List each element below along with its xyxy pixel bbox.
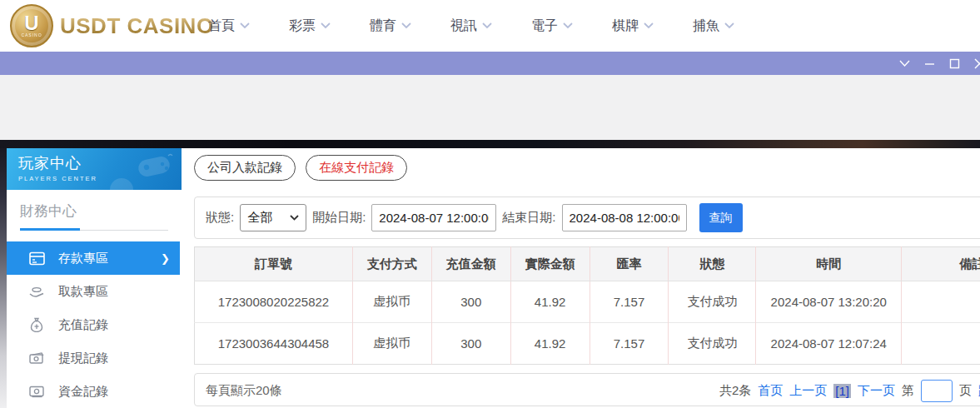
col-time: 時間 [756,247,902,281]
cell-time: 2024-08-07 12:07:24 [756,323,902,365]
empty-banner-area [0,75,980,140]
top-nav: U CASINO USDT CASINO 首頁 彩票 體育 視訊 電子 棋牌 [0,0,980,52]
nav-label: 電子 [531,17,558,35]
cell-actual-amount: 41.92 [510,323,589,365]
sidebar-item-deposit-area[interactable]: 存款專區 ❯ [7,241,180,275]
chevron-down-icon [240,22,250,29]
chevron-down-icon [290,215,299,221]
funds-record-icon [28,383,45,400]
start-date-label: 開始日期: [312,210,366,226]
cell-actual-amount: 41.92 [510,281,589,323]
sidebar-item-label: 資金記錄 [58,384,108,400]
end-date-input[interactable] [562,204,687,231]
cell-status: 支付成功 [669,281,756,323]
nav-item-fishing[interactable]: 捕魚 [693,17,734,35]
cell-time: 2024-08-07 13:20:20 [756,281,902,323]
sidebar-item-withdrawal-records[interactable]: 提現記錄 [7,341,182,375]
cell-recharge-amount: 300 [431,281,510,323]
col-actual-amount: 實際金額 [510,247,589,281]
cell-exchange-rate: 7.157 [589,281,669,323]
next-page-link[interactable]: 下一页 [858,383,895,399]
status-select[interactable]: 全部 [240,204,306,231]
pagination-bar: 每頁顯示20條 共2条 首页 上一页 [1] 下一页 第 页 跳转 [194,373,980,406]
recharge-moneybag-icon [28,316,45,333]
chevron-down-icon [482,22,492,29]
cell-status: 支付成功 [669,323,756,365]
status-label: 狀態: [206,210,234,226]
nav-item-lottery[interactable]: 彩票 [289,17,331,35]
maximize-icon[interactable] [948,57,962,71]
col-order-no: 訂單號 [195,247,353,281]
logo-small-text: CASINO [21,32,42,37]
chevron-down-icon [321,22,331,29]
background-image-edge [0,140,980,148]
sidebar: 玩家中心 PLAYERS CENTER 財務中心 存款專區 ❯ [7,148,182,408]
window-title-bar [0,52,980,75]
page-jump-input[interactable] [921,380,953,402]
current-page-indicator[interactable]: [1] [833,384,851,398]
sidebar-item-label: 提現記錄 [58,351,108,366]
end-date-label: 結束日期: [502,210,555,226]
cell-payment-method: 虚拟币 [352,323,431,365]
sidebar-item-label: 充值記錄 [58,317,108,333]
start-date-input[interactable] [371,204,496,231]
nav-label: 棋牌 [612,17,639,35]
query-button[interactable]: 查詢 [699,203,743,232]
nav-item-live[interactable]: 視訊 [450,17,492,35]
minimize-icon[interactable] [923,57,937,71]
filter-bar: 狀態: 全部 開始日期: 結束日期: 查詢 [194,197,980,239]
withdraw-hand-icon [28,283,45,300]
first-page-link[interactable]: 首页 [758,383,783,399]
nav-item-sports[interactable]: 體育 [370,17,411,35]
per-page-info: 每頁顯示20條 [206,374,282,407]
section-underline [20,228,168,231]
col-recharge-amount: 充值金額 [431,247,510,281]
chevron-down-icon[interactable] [898,57,912,71]
table-row: 1723003644304458 虚拟币 300 41.92 7.157 支付成… [195,323,980,365]
nav-label: 首頁 [208,17,235,35]
jump-suffix-label: 页 [959,383,972,399]
logo-letter: U [24,14,38,32]
table-row: 1723008020225822 虚拟币 300 41.92 7.157 支付成… [195,281,980,323]
deposit-card-icon [28,250,45,266]
chevron-down-icon [644,22,654,29]
cell-payment-method: 虚拟币 [352,281,431,323]
chevron-right-icon: ❯ [161,252,170,265]
nav-label: 視訊 [450,17,477,35]
nav-label: 捕魚 [693,17,719,35]
content-area: 玩家中心 PLAYERS CENTER 財務中心 存款專區 ❯ [0,148,980,408]
col-remark: 備註 [902,247,980,281]
cell-remark [902,281,980,323]
cell-order-no: 1723008020225822 [195,281,353,323]
gamepad-icon [135,153,173,180]
chevron-down-icon [724,22,734,29]
sidebar-item-funds-records[interactable]: 資金記錄 [7,375,182,408]
nav-item-home[interactable]: 首頁 [208,17,250,35]
tab-company-deposit-records[interactable]: 公司入款記錄 [194,155,296,181]
nav-label: 彩票 [289,17,316,35]
col-status: 狀態 [669,247,756,281]
sidebar-item-withdraw-area[interactable]: 取款專區 [7,275,182,308]
close-icon[interactable] [973,57,980,71]
cell-remark [902,323,980,365]
brand-logo[interactable]: U CASINO USDT CASINO [10,4,214,47]
sidebar-menu: 存款專區 ❯ 取款專區 充值記錄 提現記錄 [7,241,182,408]
chevron-down-icon [563,22,573,29]
nav-item-cards[interactable]: 棋牌 [612,17,654,35]
tab-online-payment-records[interactable]: 在線支付記錄 [306,155,407,181]
sidebar-item-recharge-records[interactable]: 充值記錄 [7,308,182,341]
table-header-row: 訂單號 支付方式 充值金額 實際金額 匯率 狀態 時間 備註 [195,247,980,281]
prev-page-link[interactable]: 上一页 [789,383,827,399]
status-selected-value: 全部 [247,210,272,226]
main-menu: 首頁 彩票 體育 視訊 電子 棋牌 捕魚 [208,0,734,52]
record-tabs: 公司入款記錄 在線支付記錄 [194,155,407,181]
nav-item-slots[interactable]: 電子 [531,17,573,35]
payment-records-table: 訂單號 支付方式 充值金額 實際金額 匯率 狀態 時間 備註 172300802… [194,246,980,365]
cell-order-no: 1723003644304458 [195,323,353,365]
chevron-down-icon [401,22,411,29]
total-count: 共2条 [719,383,751,399]
page-background-strip [0,148,7,408]
players-center-header: 玩家中心 PLAYERS CENTER [7,148,182,190]
finance-center-heading: 財務中心 [7,190,182,221]
jump-prefix-label: 第 [902,383,914,399]
